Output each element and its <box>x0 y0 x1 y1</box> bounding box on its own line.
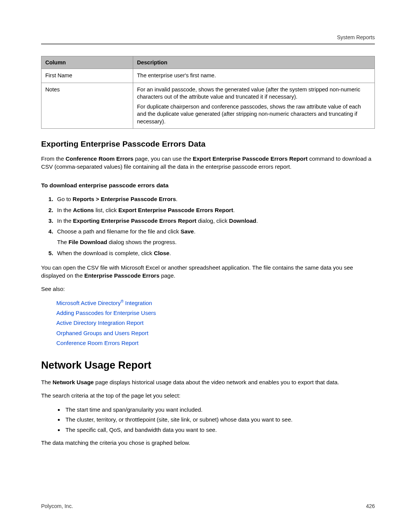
see-also-label: See also: <box>41 285 375 293</box>
link-ad-report[interactable]: Active Directory Integration Report <box>56 320 143 326</box>
link-adding-passcodes[interactable]: Adding Passcodes for Enterprise Users <box>56 310 156 316</box>
step-4-extra: The File Download dialog shows the progr… <box>57 237 375 247</box>
intro-paragraph: From the Conference Room Errors page, yo… <box>41 155 375 171</box>
table-row: Notes For an invalid passcode, shows the… <box>41 83 375 129</box>
table-header-row: Column Description <box>41 56 375 69</box>
list-item: Orphaned Groups and Users Report <box>56 328 375 338</box>
table-header-column: Column <box>41 56 133 69</box>
section-title-exporting: Exporting Enterprise Passcode Errors Dat… <box>41 139 375 149</box>
column-description-table: Column Description First Name The enterp… <box>41 56 375 129</box>
section-title-network-usage: Network Usage Report <box>41 359 375 371</box>
table-cell-column: First Name <box>41 69 133 83</box>
criteria-bullets: The start time and span/granularity you … <box>41 405 375 435</box>
link-ad-integration[interactable]: Microsoft Active Directory® Integration <box>56 300 152 306</box>
notes-paragraph-1: For an invalid passcode, shows the gener… <box>137 86 371 101</box>
bullet-item: The start time and span/granularity you … <box>64 405 375 415</box>
footer-page-number: 426 <box>366 503 375 509</box>
steps-list: Go to Reports > Enterprise Passcode Erro… <box>41 194 375 258</box>
notes-paragraph-2: For duplicate chairperson and conference… <box>137 103 371 126</box>
see-also-links: Microsoft Active Directory® Integration … <box>41 298 375 348</box>
link-orphaned-report[interactable]: Orphaned Groups and Users Report <box>56 330 148 336</box>
bullet-item: The cluster, territory, or throttlepoint… <box>64 415 375 425</box>
network-usage-intro: The Network Usage page displays historic… <box>41 378 375 386</box>
step-5: When the download is complete, click Clo… <box>55 248 375 258</box>
footer-company: Polycom, Inc. <box>41 503 73 509</box>
step-2: In the Actions list, click Export Enterp… <box>55 205 375 215</box>
header-label: System Reports <box>41 34 375 40</box>
step-1: Go to Reports > Enterprise Passcode Erro… <box>55 194 375 204</box>
header-rule <box>41 43 375 45</box>
table-header-description: Description <box>133 56 375 69</box>
after-steps-paragraph: You can open the CSV file with Microsoft… <box>41 264 375 280</box>
list-item: Conference Room Errors Report <box>56 338 375 348</box>
table-row: First Name The enterprise user's first n… <box>41 69 375 83</box>
page-container: System Reports Column Description First … <box>0 0 411 532</box>
search-criteria-intro: The search criteria at the top of the pa… <box>41 391 375 399</box>
bullet-item: The specific call, QoS, and bandwidth da… <box>64 425 375 435</box>
page-footer: Polycom, Inc. 426 <box>41 503 375 509</box>
table-cell-description: For an invalid passcode, shows the gener… <box>133 83 375 129</box>
step-4: Choose a path and filename for the file … <box>55 227 375 248</box>
list-item: Microsoft Active Directory® Integration <box>56 298 375 308</box>
table-cell-description: The enterprise user's first name. <box>133 69 375 83</box>
list-item: Active Directory Integration Report <box>56 318 375 328</box>
link-conf-room-report[interactable]: Conference Room Errors Report <box>56 340 139 346</box>
graphed-below-paragraph: The data matching the criteria you chose… <box>41 439 375 447</box>
list-item: Adding Passcodes for Enterprise Users <box>56 308 375 318</box>
table-cell-column: Notes <box>41 83 133 129</box>
step-3: In the Exporting Enterprise Passcode Err… <box>55 216 375 226</box>
subheading-download: To download enterprise passcode errors d… <box>41 182 375 189</box>
